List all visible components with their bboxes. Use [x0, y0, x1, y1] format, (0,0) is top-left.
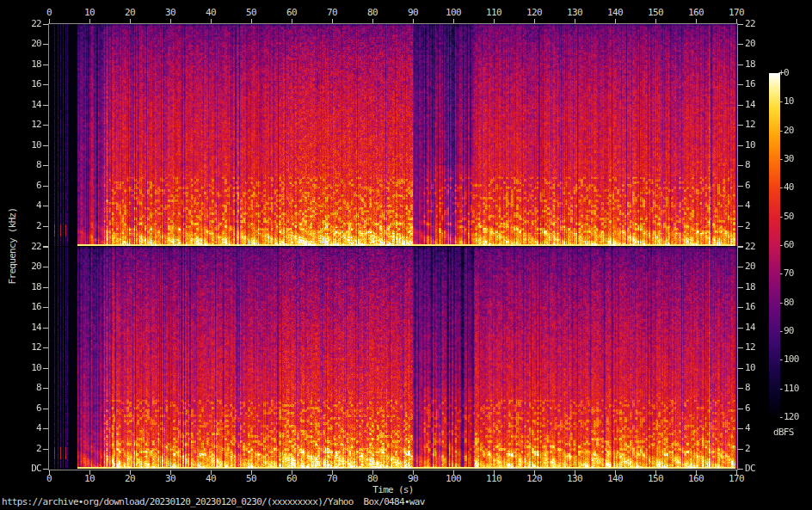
- freq-tick-label: 4: [17, 423, 41, 433]
- freq-tick: [43, 44, 48, 45]
- freq-tick-label: 16: [17, 302, 41, 312]
- freq-tick-label: 20: [17, 39, 41, 49]
- time-tick: [575, 19, 575, 23]
- time-tick-label: 170: [729, 8, 744, 18]
- freq-tick-label: 2: [17, 221, 41, 231]
- freq-tick: [738, 267, 743, 267]
- freq-tick-label: 12: [745, 342, 755, 353]
- freq-tick: [738, 165, 743, 166]
- freq-tick: [43, 449, 48, 450]
- freq-tick: [43, 368, 48, 369]
- freq-tick: [43, 165, 48, 166]
- time-tick: [534, 19, 535, 23]
- freq-tick-label: 16: [17, 79, 41, 89]
- freq-tick-label: DC: [745, 464, 755, 474]
- freq-tick-label: 2: [17, 444, 41, 454]
- freq-tick-label: 22: [17, 242, 41, 252]
- time-tick-label: 140: [607, 474, 623, 484]
- freq-tick: [738, 287, 743, 288]
- time-tick-label: 160: [688, 8, 704, 18]
- colorbar-unit-label: dBFS: [773, 427, 794, 438]
- time-tick-label: 40: [206, 8, 216, 18]
- freq-tick: [738, 125, 743, 126]
- freq-tick-label: 4: [17, 200, 41, 211]
- time-tick-label: 130: [567, 474, 582, 484]
- freq-tick: [43, 347, 48, 348]
- freq-tick-label: 16: [745, 302, 755, 312]
- time-tick-label: 70: [327, 8, 337, 18]
- time-tick-label: 120: [526, 474, 542, 484]
- time-tick-label: 60: [286, 474, 297, 484]
- colorbar-tick-label: -100: [778, 354, 799, 365]
- freq-tick: [43, 65, 48, 65]
- freq-tick: [738, 145, 743, 146]
- freq-tick: [43, 287, 48, 288]
- time-tick: [130, 19, 131, 23]
- freq-tick: [43, 145, 48, 146]
- freq-tick: [43, 247, 48, 248]
- time-tick-label: 160: [688, 474, 704, 484]
- time-tick-label: 0: [46, 474, 52, 484]
- freq-tick-label: 14: [745, 100, 755, 110]
- spectrogram-channel-1: [49, 24, 737, 246]
- time-tick-label: 150: [648, 8, 663, 18]
- freq-tick-label: 12: [17, 342, 41, 353]
- freq-tick-label: 8: [17, 160, 41, 170]
- freq-tick: [43, 206, 48, 206]
- freq-tick: [738, 409, 743, 409]
- freq-tick: [43, 428, 48, 429]
- time-tick-label: 10: [84, 8, 95, 18]
- freq-tick: [738, 186, 743, 187]
- freq-tick: [738, 388, 743, 389]
- freq-tick: [738, 226, 743, 227]
- time-tick: [655, 19, 656, 23]
- spectrogram-channel-2: [49, 247, 737, 469]
- time-tick: [615, 19, 616, 23]
- freq-tick-label: 18: [17, 59, 41, 70]
- time-tick: [372, 19, 373, 23]
- freq-tick: [738, 24, 743, 25]
- time-tick: [332, 19, 333, 23]
- time-tick-label: 50: [246, 8, 256, 18]
- freq-tick: [43, 267, 48, 267]
- freq-tick: [43, 24, 48, 25]
- freq-tick-label: 4: [745, 200, 750, 211]
- freq-tick: [738, 328, 743, 329]
- freq-tick-label: 18: [745, 282, 755, 292]
- time-tick-label: 150: [648, 474, 663, 484]
- freq-tick-label: 6: [17, 181, 41, 191]
- freq-tick-label: 6: [17, 403, 41, 414]
- freq-tick-label: 14: [17, 323, 41, 333]
- colorbar-tick-label: -60: [778, 240, 794, 250]
- freq-tick-label: 16: [745, 79, 755, 89]
- freq-tick: [738, 105, 743, 106]
- freq-tick-label: 20: [745, 261, 755, 272]
- freq-tick: [43, 226, 48, 227]
- colorbar-tick-label: -30: [778, 154, 794, 164]
- freq-tick-label: 18: [17, 282, 41, 292]
- time-tick-label: 40: [206, 474, 216, 484]
- colorbar-tick-label: -70: [778, 268, 794, 279]
- freq-tick-label: 14: [745, 323, 755, 333]
- freq-tick: [43, 328, 48, 329]
- source-url: https://archive•org/download/20230120_20…: [2, 497, 425, 507]
- freq-tick: [43, 186, 48, 187]
- time-tick-label: 90: [408, 474, 418, 484]
- freq-tick: [738, 347, 743, 348]
- freq-tick: [43, 469, 48, 470]
- freq-tick-label: 8: [745, 160, 750, 170]
- freq-tick-label: 10: [745, 140, 755, 151]
- freq-tick: [43, 105, 48, 106]
- freq-tick: [738, 469, 743, 470]
- time-tick: [413, 19, 414, 23]
- freq-tick: [738, 307, 743, 308]
- time-tick-label: 30: [165, 8, 175, 18]
- freq-tick-label: 2: [745, 444, 750, 454]
- time-tick-label: 100: [446, 474, 461, 484]
- time-tick-label: 0: [46, 8, 52, 18]
- freq-tick-label: 22: [745, 242, 755, 252]
- colorbar-tick-label: -80: [778, 298, 794, 308]
- colorbar-tick-label: -20: [778, 126, 794, 136]
- freq-tick-label: 2: [745, 221, 750, 231]
- time-tick-label: 80: [367, 8, 378, 18]
